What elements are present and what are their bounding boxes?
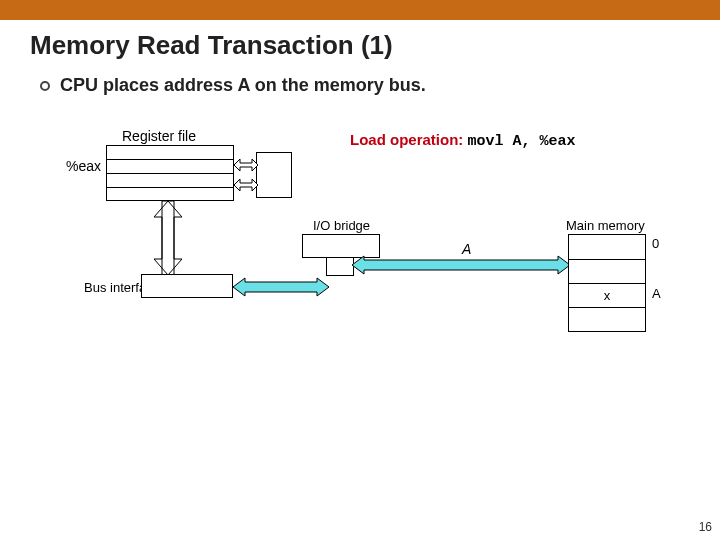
load-op-prefix: Load operation: — [350, 131, 463, 148]
mem-cell-0 — [569, 235, 645, 259]
bullet-marker-icon — [40, 81, 50, 91]
rf-alu-connector-icon — [234, 155, 258, 197]
mem-cell-3 — [569, 307, 645, 331]
svg-marker-2 — [154, 201, 182, 275]
mem-cell-1 — [569, 259, 645, 283]
rf-businterface-connector-icon — [154, 201, 182, 277]
svg-marker-4 — [233, 278, 329, 296]
mem-addr-0: 0 — [652, 236, 659, 251]
bus-value-label: A — [462, 241, 471, 257]
load-operation: Load operation: movl A, %eax — [350, 131, 576, 150]
bullet-text: CPU places address A on the memory bus. — [60, 75, 426, 96]
slide-title: Memory Read Transaction (1) — [30, 30, 720, 61]
register-file — [106, 145, 234, 201]
alu-box — [256, 152, 292, 198]
svg-marker-0 — [234, 159, 258, 171]
svg-marker-3 — [154, 201, 182, 275]
svg-marker-1 — [234, 179, 258, 191]
io-bridge-ext — [326, 258, 354, 276]
bullet-item: CPU places address A on the memory bus. — [40, 75, 720, 96]
io-bridge-label: I/O bridge — [313, 218, 370, 233]
io-bridge-box — [302, 234, 380, 258]
page-number: 16 — [699, 520, 712, 534]
mem-addr-A: A — [652, 286, 661, 301]
load-op-code: movl A, %eax — [468, 133, 576, 150]
main-memory-label: Main memory — [566, 218, 645, 233]
memory-bus-icon — [352, 254, 570, 276]
accent-bar — [0, 0, 720, 20]
bus-interface-box — [141, 274, 233, 298]
mem-cell-x: x — [569, 283, 645, 307]
diagram-canvas: Register file %eax ALU Load operation: m… — [0, 96, 720, 446]
eax-label: %eax — [66, 158, 101, 174]
cpu-bus-icon — [233, 276, 329, 298]
main-memory: x — [568, 234, 646, 332]
register-file-label: Register file — [122, 128, 196, 144]
svg-marker-5 — [352, 256, 570, 274]
